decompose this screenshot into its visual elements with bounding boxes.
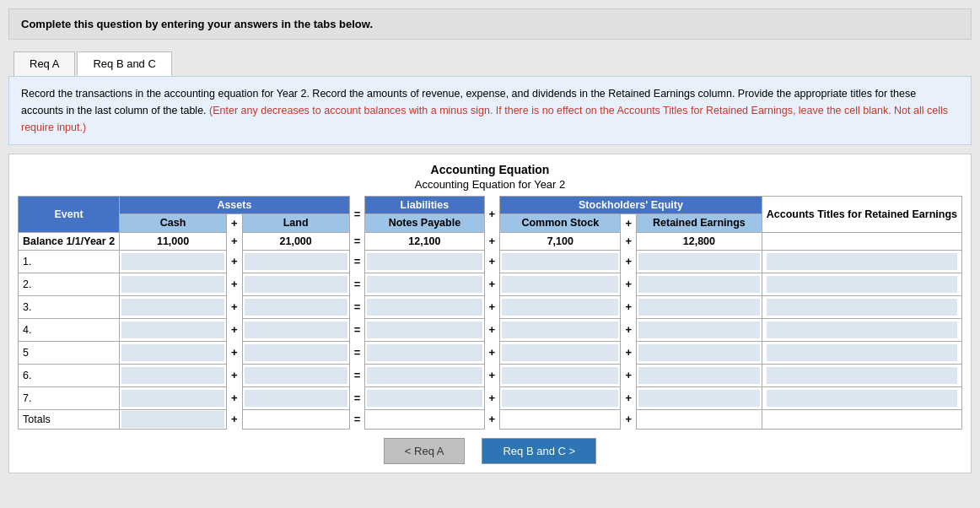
event-7-cash-input[interactable]: [121, 390, 224, 407]
event-label-7: 7.: [19, 386, 120, 409]
instruction-text: Complete this question by entering your …: [21, 18, 373, 30]
header-retained-earnings: Retained Earnings: [637, 214, 762, 233]
event-1-retained-input[interactable]: [638, 253, 760, 270]
event-3-notes-cell: [365, 295, 484, 318]
tabs-row: Req A Req B and C: [8, 46, 972, 76]
event-3-retained-input[interactable]: [638, 299, 760, 316]
event-4-notes-input[interactable]: [367, 322, 482, 338]
event-5-notes-input[interactable]: [367, 344, 482, 361]
event-5-land-input[interactable]: [245, 344, 347, 361]
header-se: Stockholders' Equity: [500, 197, 762, 214]
balance-eq: =: [349, 232, 365, 250]
event-5-land-cell: [242, 341, 349, 364]
next-button[interactable]: Req B and C >: [482, 438, 596, 464]
event-7-retained-cell: [637, 386, 762, 409]
eq-title: Accounting Equation: [18, 163, 962, 176]
totals-cash-input[interactable]: [121, 411, 224, 428]
event-4-titles-input[interactable]: [767, 322, 957, 338]
event-row-6: 6. + = + +: [19, 364, 962, 386]
event-2-cash-input[interactable]: [121, 276, 224, 293]
event-7-stock-cell: [500, 386, 621, 409]
event-6-titles-input[interactable]: [767, 367, 957, 384]
totals-label: Totals: [19, 409, 120, 429]
totals-land-cell: [242, 409, 349, 429]
tab-req-bc[interactable]: Req B and C: [77, 51, 171, 76]
event-5-titles-input[interactable]: [767, 344, 957, 361]
event-7-land-input[interactable]: [245, 390, 347, 407]
event-2-titles-input[interactable]: [767, 276, 957, 293]
event-5-retained-cell: [637, 341, 762, 364]
info-box: Record the transactions in the accountin…: [8, 76, 972, 145]
header-land: Land: [242, 214, 349, 233]
event-2-retained-cell: [637, 273, 762, 295]
event-5-stock-cell: [500, 341, 621, 364]
balance-plus1: +: [227, 232, 243, 250]
event-7-retained-input[interactable]: [638, 390, 760, 407]
header-liabilities: Liabilities: [365, 197, 484, 214]
balance-notes: 12,100: [365, 232, 484, 250]
event-4-retained-input[interactable]: [638, 322, 760, 338]
event-5-stock-input[interactable]: [502, 344, 618, 361]
event-1-land-input[interactable]: [245, 253, 347, 270]
balance-accounts-titles: [762, 232, 961, 250]
event-5-retained-input[interactable]: [638, 344, 760, 361]
totals-notes-cell: [365, 409, 484, 429]
event-1-notes-cell: [365, 250, 484, 273]
event-4-stock-input[interactable]: [502, 322, 618, 338]
event-row-1: 1. + = + +: [19, 250, 962, 273]
event-1-notes-input[interactable]: [367, 253, 482, 270]
event-6-stock-cell: [500, 364, 621, 386]
event-7-titles-input[interactable]: [767, 390, 957, 407]
event-3-retained-cell: [637, 295, 762, 318]
event-6-land-input[interactable]: [245, 367, 347, 384]
instruction-bar: Complete this question by entering your …: [8, 8, 972, 40]
event-6-cash-input[interactable]: [121, 367, 224, 384]
event-7-land-cell: [242, 386, 349, 409]
totals-retained-cell: [637, 409, 762, 429]
event-2-notes-input[interactable]: [367, 276, 482, 293]
event-1-titles-input[interactable]: [767, 253, 957, 270]
event-2-cash-cell: [120, 273, 227, 295]
event-1-stock-input[interactable]: [502, 253, 618, 270]
event-3-cash-input[interactable]: [121, 299, 224, 316]
event-1-cash-cell: [120, 250, 227, 273]
header-common-stock: Common Stock: [500, 214, 621, 233]
totals-stock-cell: [500, 409, 621, 429]
event-1-cash-input[interactable]: [121, 253, 224, 270]
header-assets: Assets: [120, 197, 350, 214]
event-4-land-input[interactable]: [245, 322, 347, 338]
header-plus-land: +: [227, 214, 243, 233]
event-4-cash-input[interactable]: [121, 322, 224, 338]
event-3-land-input[interactable]: [245, 299, 347, 316]
event-3-stock-input[interactable]: [502, 299, 618, 316]
balance-row: Balance 1/1/Year 2 11,000 + 21,000 = 12,…: [19, 232, 962, 250]
event-3-titles-input[interactable]: [767, 299, 957, 316]
event-label-4: 4.: [19, 318, 120, 341]
event-2-retained-input[interactable]: [638, 276, 760, 293]
event-7-notes-input[interactable]: [367, 390, 482, 407]
tab-req-a[interactable]: Req A: [13, 51, 75, 76]
event-2-land-input[interactable]: [245, 276, 347, 293]
prev-button[interactable]: < Req A: [384, 438, 466, 464]
event-label-3: 3.: [19, 295, 120, 318]
totals-titles-cell: [762, 409, 961, 429]
event-1-stock-cell: [500, 250, 621, 273]
header-accounts-titles: Accounts Titles for Retained Earnings: [762, 197, 961, 233]
event-3-notes-input[interactable]: [367, 299, 482, 316]
event-4-notes-cell: [365, 318, 484, 341]
event-row-3: 3. + = + +: [19, 295, 962, 318]
event-7-stock-input[interactable]: [502, 390, 618, 407]
event-2-stock-input[interactable]: [502, 276, 618, 293]
event-5-cash-input[interactable]: [121, 344, 224, 361]
header-cash: Cash: [120, 214, 227, 233]
event-6-stock-input[interactable]: [502, 367, 618, 384]
totals-cash-cell: [120, 409, 227, 429]
event-6-land-cell: [242, 364, 349, 386]
event-6-notes-input[interactable]: [367, 367, 482, 384]
event-6-retained-input[interactable]: [638, 367, 760, 384]
event-3-stock-cell: [500, 295, 621, 318]
event-label-5: 5: [19, 341, 120, 364]
event-3-titles-cell: [762, 295, 961, 318]
event-2-land-cell: [242, 273, 349, 295]
event-7-notes-cell: [365, 386, 484, 409]
